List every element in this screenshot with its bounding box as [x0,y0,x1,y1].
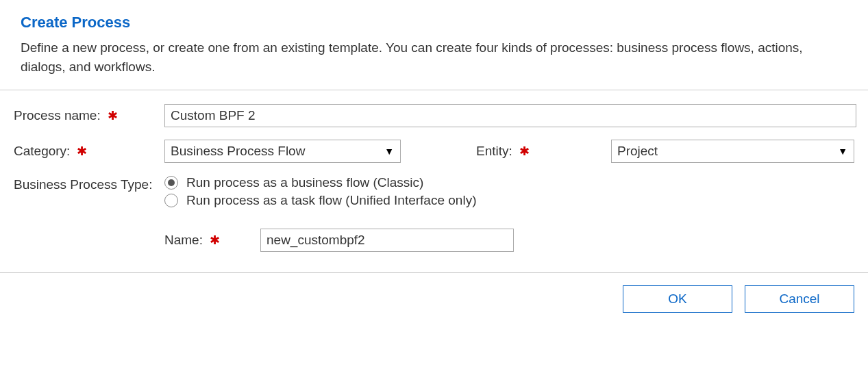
process-name-input[interactable] [164,104,856,127]
required-indicator-icon: ✱ [210,233,220,248]
required-indicator-icon: ✱ [108,108,118,123]
required-indicator-icon: ✱ [519,144,530,159]
category-select[interactable] [164,140,401,163]
bpt-radio-classic-label: Run process as a business flow (Classic) [186,175,423,190]
bpt-radio-classic[interactable]: Run process as a business flow (Classic) [164,175,476,190]
cancel-button[interactable]: Cancel [745,285,854,313]
name-input[interactable] [260,229,514,252]
name-label: Name: [164,233,203,248]
radio-icon [164,176,178,190]
process-name-label: Process name: [14,108,101,123]
required-indicator-icon: ✱ [77,144,87,159]
bpt-radio-taskflow[interactable]: Run process as a task flow (Unified Inte… [164,193,476,208]
category-label: Category: [14,144,70,159]
dialog-title: Create Process [21,14,847,31]
radio-icon [164,194,178,207]
entity-select[interactable] [611,140,854,163]
dialog-description: Define a new process, or create one from… [21,38,847,76]
business-process-type-label: Business Process Type: [14,175,152,195]
entity-label: Entity: [476,144,512,159]
bpt-radio-taskflow-label: Run process as a task flow (Unified Inte… [186,193,476,208]
ok-button[interactable]: OK [623,285,732,313]
